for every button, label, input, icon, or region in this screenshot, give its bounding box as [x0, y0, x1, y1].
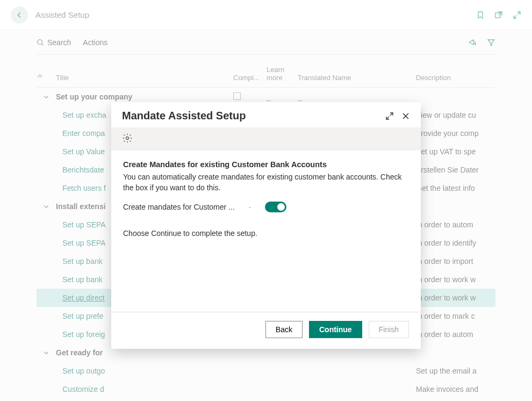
- modal-section-heading: Create Mandates for existing Customer Ba…: [123, 160, 409, 169]
- modal: Mandate Assisted Setup Create Mandates f…: [111, 102, 421, 349]
- modal-expand-icon[interactable]: [385, 112, 394, 120]
- modal-overlay: Mandate Assisted Setup Create Mandates f…: [0, 0, 532, 401]
- finish-button: Finish: [369, 321, 409, 338]
- back-button-modal[interactable]: Back: [265, 321, 303, 338]
- modal-header: Mandate Assisted Setup: [111, 102, 421, 127]
- create-mandates-toggle[interactable]: [265, 202, 286, 212]
- modal-footer: Back Continue Finish: [111, 312, 421, 349]
- continue-hint: Choose Continue to complete the setup.: [123, 228, 409, 239]
- continue-button[interactable]: Continue: [309, 321, 362, 338]
- modal-section-text: You can automatically create mandates fo…: [123, 172, 409, 193]
- close-icon[interactable]: [401, 112, 410, 120]
- svg-point-2: [126, 137, 129, 140]
- gear-icon: [122, 133, 133, 144]
- toggle-label: Create mandates for Customer ...: [123, 203, 235, 211]
- modal-title: Mandate Assisted Setup: [122, 110, 246, 122]
- modal-body: Create Mandates for existing Customer Ba…: [111, 151, 421, 312]
- modal-gear-row: [111, 127, 421, 151]
